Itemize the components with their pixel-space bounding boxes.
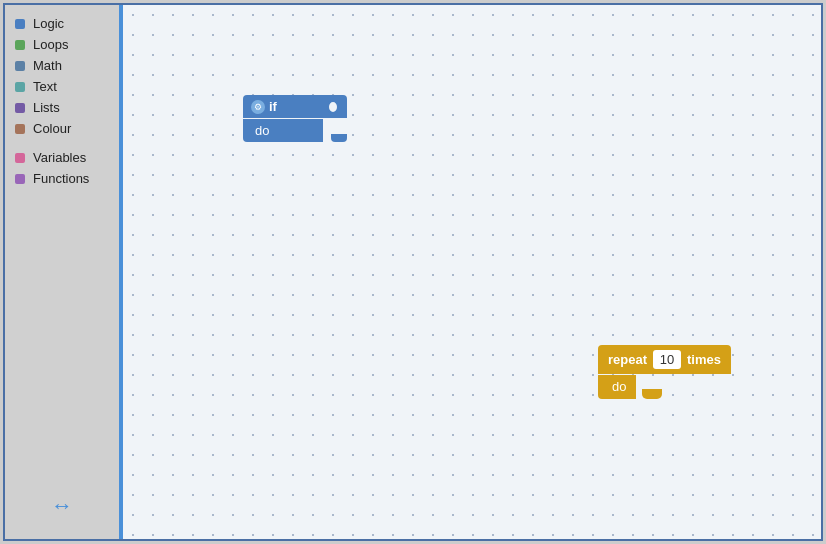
sidebar-item-logic[interactable]: Logic (5, 13, 119, 34)
sidebar-label-loops: Loops (33, 37, 68, 52)
repeat-label: repeat (608, 352, 647, 367)
sidebar-item-lists[interactable]: Lists (5, 97, 119, 118)
if-top-row: ⚙ if (243, 95, 347, 118)
sidebar-item-variables[interactable]: Variables (5, 147, 119, 168)
main-container: Logic Loops Math Text Lists Colour Varia… (3, 3, 823, 541)
repeat-do-label: do (612, 379, 626, 394)
sidebar-label-functions: Functions (33, 171, 89, 186)
if-do-label: do (255, 123, 269, 138)
if-condition-notch (327, 100, 339, 114)
sidebar-item-math[interactable]: Math (5, 55, 119, 76)
sidebar-label-colour: Colour (33, 121, 71, 136)
sidebar-label-variables: Variables (33, 150, 86, 165)
repeat-times-label: times (687, 352, 721, 367)
variables-color-dot (15, 153, 25, 163)
sidebar-separator (5, 139, 119, 147)
functions-color-dot (15, 174, 25, 184)
math-color-dot (15, 61, 25, 71)
if-label: if (269, 99, 323, 114)
repeat-top-row: repeat times (598, 345, 731, 374)
sidebar-label-lists: Lists (33, 100, 60, 115)
logic-color-dot (15, 19, 25, 29)
lists-color-dot (15, 103, 25, 113)
if-do-row: do (243, 119, 323, 142)
sidebar-item-colour[interactable]: Colour (5, 118, 119, 139)
sidebar: Logic Loops Math Text Lists Colour Varia… (5, 5, 123, 539)
repeat-do-row: do (598, 375, 636, 399)
sidebar-item-text[interactable]: Text (5, 76, 119, 97)
loops-color-dot (15, 40, 25, 50)
canvas-area[interactable]: ⚙ if do repeat times (123, 5, 821, 539)
gear-icon[interactable]: ⚙ (251, 100, 265, 114)
sidebar-item-loops[interactable]: Loops (5, 34, 119, 55)
if-bottom-notch (331, 134, 347, 142)
colour-color-dot (15, 124, 25, 134)
text-color-dot (15, 82, 25, 92)
resize-handle[interactable]: ↔ (51, 493, 73, 519)
repeat-do-notch (642, 389, 662, 399)
repeat-times-input[interactable] (653, 350, 681, 369)
sidebar-label-text: Text (33, 79, 57, 94)
sidebar-item-functions[interactable]: Functions (5, 168, 119, 189)
sidebar-label-logic: Logic (33, 16, 64, 31)
if-block[interactable]: ⚙ if do (243, 95, 347, 142)
repeat-block[interactable]: repeat times do (598, 345, 731, 399)
sidebar-label-math: Math (33, 58, 62, 73)
